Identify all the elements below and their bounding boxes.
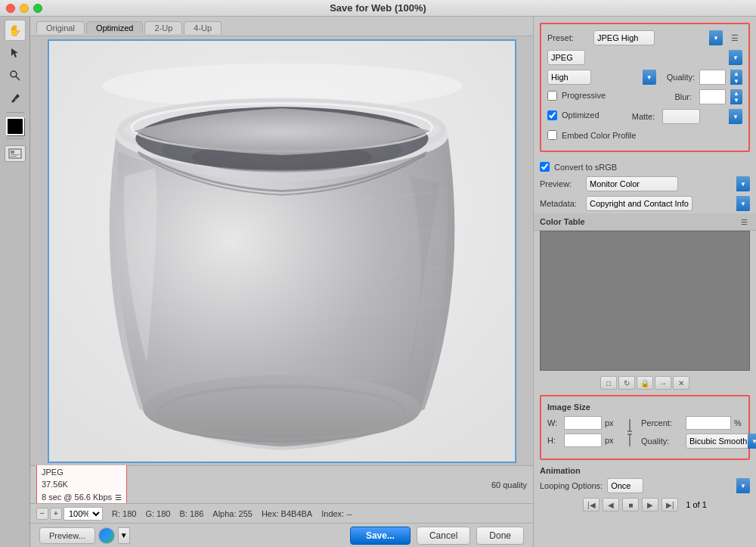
format-select[interactable]: JPEG PNG-8 PNG-24 GIF [547,50,585,65]
tab-original[interactable]: Original [36,21,85,34]
color-table-title: Color Table [540,217,585,226]
embed-color-label[interactable]: Embed Color Profile [562,131,636,140]
height-label: H: [547,436,561,445]
quality-size-select[interactable]: Bicubic Smoother Bicubic Bilinear Neares… [686,434,756,449]
link-icon [624,416,635,449]
matte-select[interactable] [662,109,700,124]
ct-btn-3[interactable]: 🔒 [637,376,653,390]
embed-color-checkbox[interactable] [547,130,557,140]
eyedropper-tool[interactable] [5,88,26,109]
hand-tool[interactable]: ✋ [5,20,26,41]
preset-menu-icon[interactable]: ☰ [727,30,742,45]
anim-stop[interactable]: ■ [622,498,639,511]
quality-spin[interactable]: ▲▼ [730,70,742,85]
color-table-toolbar: □ ↻ 🔒 → ✕ [534,374,756,392]
done-button[interactable]: Done [476,527,524,545]
anim-prev[interactable]: ◀ [603,498,619,511]
file-format: JPEG [42,466,122,479]
image-size-title: Image Size [547,402,742,412]
metadata-select[interactable]: Copyright and Contact Info None All Copy… [586,196,692,211]
tab-optimized[interactable]: Optimized [86,21,144,34]
preview-group: Preview... ▼ [39,527,130,544]
anim-first[interactable]: |◀ [583,498,600,511]
cancel-button[interactable]: Cancel [417,527,470,545]
animation-section: Animation Looping Options: Once Forever … [534,463,756,514]
right-panel: Preset: JPEG High JPEG Low JPEG Medium P… [533,17,756,547]
ct-btn-1[interactable]: □ [600,376,617,390]
width-unit: px [605,418,618,427]
save-button[interactable]: Save... [350,527,411,545]
status-b: B: 186 [179,509,203,518]
status-r: R: 180 [112,509,136,518]
quality-type-wrapper: High Low Medium Maximum [547,70,656,85]
width-label: W: [547,418,561,427]
color-table-menu[interactable]: ☰ [738,216,750,227]
ct-btn-2[interactable]: ↻ [618,376,635,390]
toolbar-divider [6,112,24,113]
toolbar-divider-2 [6,138,24,139]
quality-size-label: Quality: [641,437,683,446]
looping-select[interactable]: Once Forever Other... [607,478,643,493]
quality-display: 60 quality [491,480,527,490]
optimized-label[interactable]: Optimized [562,110,600,120]
metadata-label: Metadata: [540,199,581,208]
browser-icon[interactable] [98,527,115,544]
preset-select[interactable]: JPEG High JPEG Low JPEG Medium PNG-8 PNG… [593,30,655,45]
image-size-box: Image Size W: 1000 px H: 1000 px [540,395,750,460]
format-row: JPEG PNG-8 PNG-24 GIF [547,50,742,65]
optimized-checkbox[interactable] [547,110,557,120]
quality-label: Quality: [667,73,695,82]
blur-label: Blur: [674,92,692,101]
view-button[interactable] [5,145,26,162]
status-hex: Hex: B4B4BA [262,509,312,518]
blur-input[interactable]: 0 [699,89,726,104]
quality-input[interactable]: 60 [699,70,726,85]
color-table-header: Color Table ☰ [534,213,756,231]
preview-label: Preview: [540,179,581,188]
ct-btn-4[interactable]: → [655,376,671,390]
status-bar: − + 100% 50% 200% R: 180 G: 180 B: 186 [30,503,533,523]
ct-btn-5[interactable]: ✕ [673,376,689,390]
anim-play[interactable]: ▶ [642,498,658,511]
minimize-button[interactable] [20,4,29,13]
width-input[interactable]: 1000 [564,416,602,430]
blur-spin[interactable]: ▲▼ [730,89,742,104]
zoom-control[interactable]: − + 100% 50% 200% [36,507,103,521]
bottom-info-bar: JPEG 37.56K 8 sec @ 56.6 Kbps ☰ 60 quali… [30,465,533,503]
preview-image [49,41,515,462]
browser-arrow[interactable]: ▼ [118,527,130,544]
zoom-tool[interactable] [5,65,26,86]
zoom-decrease[interactable]: − [36,508,48,520]
anim-last[interactable]: ▶| [662,498,678,511]
preview-select[interactable]: Monitor Color Legacy Macintosh Internet … [586,176,678,191]
height-row: H: 1000 px [547,434,618,447]
status-index: Index: -- [321,509,352,518]
window-title: Save for Web (100%) [330,2,426,14]
progressive-checkbox[interactable] [547,91,557,101]
tab-2up[interactable]: 2-Up [144,21,182,34]
percent-input[interactable]: 63.94 [686,416,731,430]
progressive-label[interactable]: Progressive [562,91,606,100]
tab-4up[interactable]: 4-Up [184,21,222,34]
progressive-checkbox-row: Progressive [547,91,670,101]
quality-type-select[interactable]: High Low Medium Maximum [547,70,591,85]
height-input[interactable]: 1000 [564,434,602,447]
zoom-select[interactable]: 100% 50% 200% [64,507,103,521]
preview-button[interactable]: Preview... [39,527,95,544]
convert-srgb-checkbox[interactable] [540,162,550,172]
looping-row: Looping Options: Once Forever Other... [540,478,750,493]
svg-rect-4 [11,151,14,154]
looping-label: Looping Options: [540,481,603,490]
file-speed: 8 sec @ 56.6 Kbps [42,491,112,504]
select-tool[interactable] [5,42,26,64]
window-controls[interactable] [6,4,42,13]
convert-srgb-label[interactable]: Convert to sRGB [554,163,617,172]
close-button[interactable] [6,4,15,13]
zoom-increase[interactable]: + [50,508,62,520]
foreground-color[interactable] [6,117,24,135]
percent-label: Percent: [641,418,683,427]
animation-controls: |◀ ◀ ■ ▶ ▶| 1 of 1 [540,498,750,511]
more-icon[interactable]: ☰ [115,492,122,503]
maximize-button[interactable] [33,4,42,13]
metadata-row: Metadata: Copyright and Contact Info Non… [534,194,756,213]
